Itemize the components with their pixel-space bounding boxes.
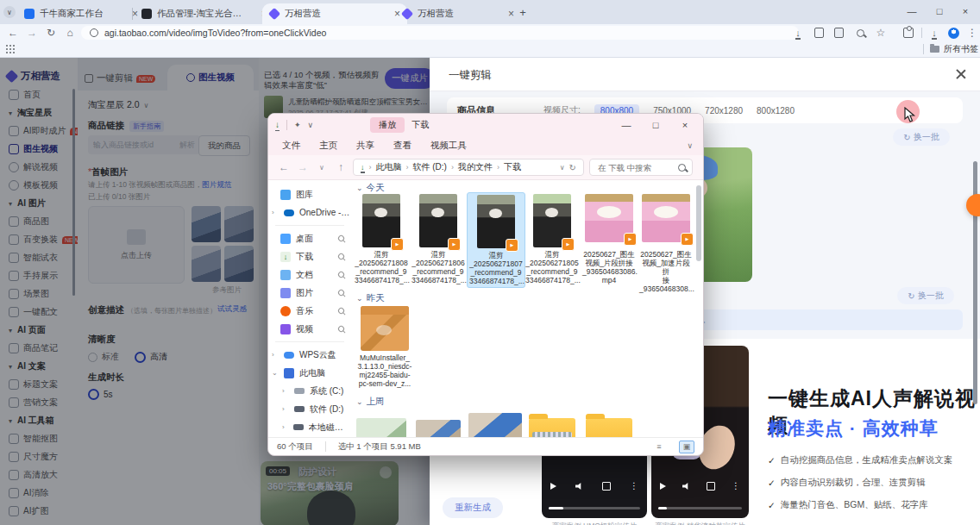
- quick-access-icon[interactable]: ✦: [294, 121, 301, 129]
- regenerate-button[interactable]: 重新生成: [443, 497, 503, 518]
- crumb-downloads[interactable]: 下载: [504, 161, 521, 173]
- tab-close-icon[interactable]: ×: [508, 9, 514, 19]
- profile-avatar[interactable]: [945, 26, 961, 40]
- file-item[interactable]: [355, 411, 408, 437]
- nav-pictures[interactable]: 图片: [268, 284, 351, 302]
- nav-drive-e[interactable]: ›本地磁盘 (E:): [268, 418, 351, 436]
- clipboard-icon[interactable]: [811, 26, 826, 40]
- close-window-icon[interactable]: ×: [952, 0, 978, 22]
- all-bookmarks-button[interactable]: 所有书签: [930, 43, 978, 55]
- back-icon[interactable]: ←: [277, 161, 291, 173]
- group-header-yesterday[interactable]: 昨天: [356, 292, 385, 304]
- address-dropdown-icon[interactable]: ∨: [560, 164, 565, 172]
- files-scrollbar[interactable]: [696, 185, 701, 261]
- explorer-search-box[interactable]: [589, 159, 693, 176]
- browser-tab-4[interactable]: 万相营造 ×: [395, 3, 521, 24]
- downloads-icon[interactable]: ↓: [790, 26, 806, 40]
- site-info-icon[interactable]: [90, 28, 98, 37]
- file-item-folder[interactable]: [582, 411, 636, 437]
- support-float-icon[interactable]: [966, 194, 980, 216]
- browser-tab-1[interactable]: 千牛商家工作台 ×: [17, 3, 145, 24]
- size-option[interactable]: 720x1280: [705, 106, 743, 116]
- nav-onedrive[interactable]: ›OneDrive - Per: [268, 203, 351, 222]
- explorer-search-input[interactable]: [596, 162, 678, 173]
- crumb-my-files[interactable]: 我的文件: [458, 161, 493, 173]
- file-item[interactable]: [411, 411, 465, 437]
- menu-file[interactable]: 文件: [282, 140, 300, 152]
- file-item[interactable]: [468, 411, 522, 437]
- address-breadcrumb[interactable]: ↓ › 此电脑 › 软件 (D:) › 我的文件 › 下载 ∨ ↻: [353, 159, 584, 176]
- address-bar[interactable]: agi.taobao.com/video/imgToVideo?from=one…: [81, 26, 799, 40]
- tab-search-icon[interactable]: ∨: [3, 6, 16, 18]
- chevron-right-icon[interactable]: ›: [272, 209, 279, 216]
- nav-downloads[interactable]: ↓下载: [268, 247, 351, 266]
- chevron-right-icon[interactable]: ›: [282, 423, 288, 431]
- volume-icon[interactable]: [575, 483, 583, 491]
- modal-close-icon[interactable]: [954, 67, 968, 81]
- up-icon[interactable]: ↑: [334, 161, 348, 173]
- contextual-tab-play[interactable]: 播放: [370, 117, 405, 133]
- back-icon[interactable]: ←: [5, 26, 21, 40]
- group-header-today[interactable]: 今天: [356, 182, 385, 194]
- menu-video-tools[interactable]: 视频工具: [430, 140, 467, 152]
- progress-bar[interactable]: [658, 507, 742, 509]
- menu-share[interactable]: 共享: [356, 140, 374, 152]
- nav-this-pc[interactable]: ⌄此电脑: [268, 364, 351, 382]
- nav-wps-cloud[interactable]: ›WPS云盘: [268, 346, 351, 364]
- swap-batch-button[interactable]: ↻换一批: [893, 128, 950, 146]
- thumbnail-view-icon[interactable]: ▣: [679, 441, 694, 453]
- chevron-down-icon[interactable]: ⌄: [272, 369, 279, 377]
- crumb-this-pc[interactable]: 此电脑: [376, 161, 402, 173]
- nav-music[interactable]: 音乐: [268, 302, 351, 320]
- file-item[interactable]: ▶ 混剪 _202506271806 _recommend_9 33466874…: [411, 194, 465, 284]
- play-icon[interactable]: [550, 483, 556, 490]
- explorer-close-icon[interactable]: ×: [674, 116, 696, 134]
- menu-home[interactable]: 主页: [319, 140, 337, 152]
- play-icon[interactable]: [660, 483, 666, 490]
- menu-view[interactable]: 查看: [393, 140, 411, 152]
- browser-menu-icon[interactable]: ⋮: [964, 26, 980, 40]
- explorer-minimize-icon[interactable]: —: [615, 116, 638, 134]
- file-item[interactable]: ▶ 20250627_图生 视频_片段拼接 _936504683086. mp4: [582, 194, 636, 284]
- translate-icon[interactable]: [831, 26, 846, 40]
- group-header-last-week[interactable]: 上周: [356, 396, 385, 408]
- fullscreen-icon[interactable]: [707, 482, 715, 491]
- download-manager-icon[interactable]: ↓: [927, 26, 942, 40]
- file-item[interactable]: ▶ 混剪 _202506271805 _recommend_9 33466874…: [525, 194, 579, 284]
- nav-gallery[interactable]: 图库: [268, 185, 351, 203]
- file-item-selected[interactable]: ▶ 混剪 _202506271807 _recommend_9 33466874…: [467, 192, 525, 288]
- refresh-icon[interactable]: ↻: [569, 163, 576, 172]
- file-item[interactable]: ▶ 混剪 _202506271808 _recommend_9 33466874…: [355, 194, 408, 284]
- refresh-icon[interactable]: ↻: [43, 26, 59, 40]
- recent-locations-icon[interactable]: ∨: [315, 164, 329, 172]
- nav-drive-c[interactable]: ›系统 (C:): [268, 382, 351, 400]
- nav-videos[interactable]: 视频: [268, 320, 351, 338]
- player-menu-icon[interactable]: ⋮: [630, 482, 638, 491]
- forward-icon[interactable]: →: [24, 26, 40, 40]
- explorer-maximize-icon[interactable]: □: [644, 116, 667, 134]
- size-option[interactable]: 800x1280: [757, 106, 795, 116]
- chevron-right-icon[interactable]: ›: [282, 387, 289, 395]
- zoom-icon[interactable]: [852, 26, 868, 40]
- volume-icon[interactable]: [682, 483, 690, 491]
- file-item[interactable]: ▶ 20250627_图生 视频_加速片段拼 接 _93650468308...: [639, 194, 693, 293]
- nav-drive-d[interactable]: ›软件 (D:): [268, 400, 351, 418]
- player-menu-icon[interactable]: ⋮: [732, 482, 740, 491]
- maximize-window-icon[interactable]: □: [927, 0, 952, 22]
- extensions-icon[interactable]: [901, 26, 916, 40]
- swap-batch-button[interactable]: ↻换一批: [897, 287, 954, 304]
- new-tab-button[interactable]: +: [516, 5, 530, 19]
- crumb-drive-d[interactable]: 软件 (D:): [413, 161, 447, 173]
- home-icon[interactable]: ⌂: [62, 26, 78, 40]
- file-item-installer[interactable]: MuMuInstaller_ 3.1.13.0_niesdc- mj22455-…: [355, 306, 415, 388]
- browser-tab-3-active[interactable]: 万相营造 ×: [262, 3, 407, 24]
- list-view-icon[interactable]: ≡: [651, 441, 667, 453]
- chevron-right-icon[interactable]: ›: [282, 405, 289, 413]
- minimize-window-icon[interactable]: —: [899, 0, 925, 22]
- file-item-zip[interactable]: [525, 411, 579, 437]
- nav-documents[interactable]: 文档: [268, 266, 351, 284]
- progress-bar[interactable]: [549, 507, 640, 509]
- nav-desktop[interactable]: 桌面: [268, 229, 351, 247]
- bookmark-star-icon[interactable]: ☆: [873, 26, 889, 40]
- fullscreen-icon[interactable]: [602, 482, 611, 491]
